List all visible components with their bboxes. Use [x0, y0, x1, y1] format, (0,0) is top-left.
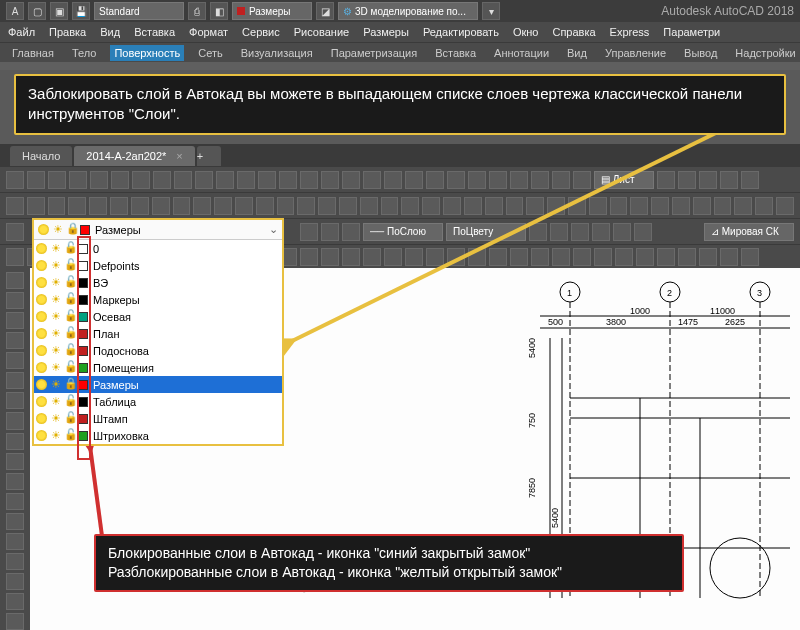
freeze-icon[interactable]: ☀: [50, 260, 61, 271]
toolbar-button[interactable]: [6, 171, 24, 189]
toolbar-button[interactable]: [48, 197, 66, 215]
toolbar-button[interactable]: [734, 197, 752, 215]
lock-open-icon[interactable]: 🔓: [64, 327, 75, 340]
freeze-icon[interactable]: ☀: [50, 294, 61, 305]
toolbar-button[interactable]: [363, 171, 381, 189]
lightbulb-icon[interactable]: [36, 430, 47, 441]
toolbar-button[interactable]: [693, 197, 711, 215]
menu-item[interactable]: Размеры: [363, 26, 409, 38]
qat-icon4[interactable]: ▾: [482, 2, 500, 20]
layer-row[interactable]: ☀🔓Помещения: [34, 359, 282, 376]
doc-tab-active[interactable]: 2014-А-2ап202*×: [74, 146, 194, 166]
layer-row[interactable]: ☀🔓Штамп: [34, 410, 282, 427]
tool-button[interactable]: [6, 332, 24, 349]
toolbar-button[interactable]: [489, 248, 507, 266]
lightbulb-icon[interactable]: [36, 328, 47, 339]
toolbar-button[interactable]: [547, 197, 565, 215]
toolbar-button[interactable]: [6, 248, 24, 266]
toolbar-button[interactable]: [594, 248, 612, 266]
toolbar-button[interactable]: [279, 171, 297, 189]
doc-tab-new[interactable]: +: [197, 146, 221, 166]
tool-button[interactable]: [6, 613, 24, 630]
toolbar-button[interactable]: [426, 171, 444, 189]
lock-open-icon[interactable]: 🔓: [64, 310, 75, 323]
menu-item[interactable]: Окно: [513, 26, 539, 38]
wcs-combo[interactable]: ⊿ Мировая СК: [704, 223, 794, 241]
toolbar-button[interactable]: [153, 171, 171, 189]
lightbulb-icon[interactable]: [38, 224, 49, 235]
doc-tab-start[interactable]: Начало: [10, 146, 72, 166]
toolbar-button[interactable]: [110, 197, 128, 215]
tool-button[interactable]: [6, 553, 24, 570]
lightbulb-icon[interactable]: [36, 277, 47, 288]
toolbar-button[interactable]: [506, 197, 524, 215]
lock-closed-icon[interactable]: 🔒: [66, 223, 77, 236]
toolbar-button[interactable]: [300, 248, 318, 266]
qat-icon[interactable]: ⎙: [188, 2, 206, 20]
toolbar-button[interactable]: [531, 248, 549, 266]
toolbar-button[interactable]: [6, 223, 24, 241]
freeze-icon[interactable]: ☀: [50, 362, 61, 373]
app-icon[interactable]: A: [6, 2, 24, 20]
toolbar-button[interactable]: [27, 197, 45, 215]
lock-open-icon[interactable]: 🔓: [64, 412, 75, 425]
save-icon[interactable]: 💾: [72, 2, 90, 20]
toolbar-button[interactable]: [297, 197, 315, 215]
toolbar-button[interactable]: [68, 197, 86, 215]
lightbulb-icon[interactable]: [36, 413, 47, 424]
toolbar-button[interactable]: [720, 248, 738, 266]
toolbar-button[interactable]: [384, 171, 402, 189]
toolbar-button[interactable]: [321, 248, 339, 266]
layer-row[interactable]: ☀🔒Размеры: [34, 376, 282, 393]
toolbar-button[interactable]: [300, 171, 318, 189]
toolbar-button[interactable]: [447, 171, 465, 189]
toolbar-button[interactable]: [277, 197, 295, 215]
ribbon-tab[interactable]: Тело: [68, 45, 101, 61]
lock-open-icon[interactable]: 🔓: [64, 395, 75, 408]
toolbar-button[interactable]: [321, 171, 339, 189]
lock-open-icon[interactable]: 🔓: [64, 259, 75, 272]
lightbulb-icon[interactable]: [36, 260, 47, 271]
menu-item[interactable]: Вставка: [134, 26, 175, 38]
toolbar-button[interactable]: [216, 171, 234, 189]
layer-row[interactable]: ☀🔓ВЭ: [34, 274, 282, 291]
lock-open-icon[interactable]: 🔓: [64, 429, 75, 442]
toolbar-button[interactable]: [342, 171, 360, 189]
toolbar-button[interactable]: [636, 248, 654, 266]
style-combo[interactable]: Standard: [94, 2, 184, 20]
freeze-icon[interactable]: ☀: [50, 277, 61, 288]
toolbar-button[interactable]: [69, 171, 87, 189]
freeze-icon[interactable]: ☀: [50, 345, 61, 356]
sheet-field[interactable]: ▤ Лист: [594, 171, 654, 189]
lightbulb-icon[interactable]: [36, 379, 47, 390]
toolbar-button[interactable]: [447, 248, 465, 266]
menu-item[interactable]: Файл: [8, 26, 35, 38]
toolbar-button[interactable]: [552, 171, 570, 189]
bylayer-combo[interactable]: ── ПоСлою: [363, 223, 443, 241]
toolbar-button[interactable]: [339, 197, 357, 215]
layer-row[interactable]: ☀🔓Defpoints: [34, 257, 282, 274]
freeze-icon[interactable]: ☀: [50, 396, 61, 407]
toolbar-button[interactable]: [174, 171, 192, 189]
tool-button[interactable]: [6, 453, 24, 470]
toolbar-button[interactable]: [258, 171, 276, 189]
tool-button[interactable]: [6, 433, 24, 450]
toolbar-button[interactable]: [214, 197, 232, 215]
toolbar-button[interactable]: [468, 171, 486, 189]
tool-button[interactable]: [6, 473, 24, 490]
ribbon-tab[interactable]: Управление: [601, 45, 670, 61]
toolbar-button[interactable]: [27, 171, 45, 189]
toolbar-button[interactable]: [489, 171, 507, 189]
toolbar-button[interactable]: [573, 171, 591, 189]
ribbon-tab[interactable]: Сеть: [194, 45, 226, 61]
lock-open-icon[interactable]: 🔓: [64, 361, 75, 374]
toolbar-button[interactable]: [235, 197, 253, 215]
layer-row[interactable]: ☀🔓0: [34, 240, 282, 257]
menu-item[interactable]: Express: [610, 26, 650, 38]
tool-button[interactable]: [6, 533, 24, 550]
lightbulb-icon[interactable]: [36, 243, 47, 254]
toolbar-button[interactable]: [485, 197, 503, 215]
toolbar-button[interactable]: [426, 248, 444, 266]
toolbar-button[interactable]: [195, 171, 213, 189]
toolbar-button[interactable]: [468, 248, 486, 266]
